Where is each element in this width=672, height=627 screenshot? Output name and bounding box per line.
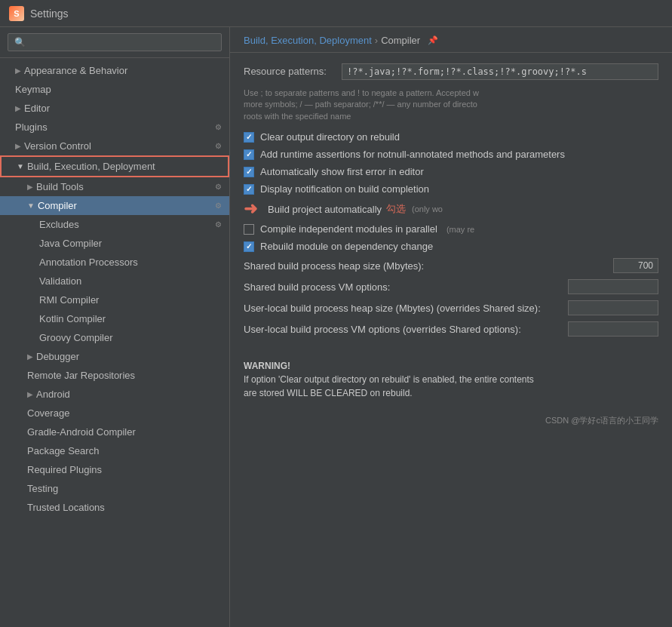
arrow-right-icon: ▶ [15,66,21,75]
breadcrumb-separator: › [375,35,378,46]
arrow-right-icon: ▶ [15,104,21,112]
arrow-down-icon: ▼ [17,162,24,171]
sidebar-item-plugins[interactable]: Plugins ⚙ [0,118,229,137]
build-auto-extra: (only wo [412,204,443,214]
checkbox-checked-icon[interactable] [244,184,254,195]
sidebar-item-editor[interactable]: ▶ Editor [0,99,229,118]
sidebar-item-build-exec-deploy[interactable]: ▼ Build, Execution, Deployment [0,155,229,177]
checkbox-checked-icon[interactable] [244,132,254,143]
checkbox-add-runtime[interactable]: Add runtime assertions for notnull-annot… [244,149,658,160]
sidebar-item-validation[interactable]: Validation [0,272,229,290]
gear-icon: ⚙ [215,220,222,229]
sidebar-item-version-control[interactable]: ▶ Version Control ⚙ [0,137,229,155]
sidebar-item-annotation-processors[interactable]: Annotation Processors [0,253,229,272]
gear-icon: ⚙ [215,123,222,131]
build-auto-row: ➜ Build project automatically 勾选 (only w… [244,201,658,217]
build-auto-label: Build project automatically [268,204,382,215]
nav-tree: ▶ Appearance & Behavior Keymap ▶ Editor … [0,58,229,627]
gear-icon: ⚙ [215,183,222,191]
gear-icon: ⚙ [215,142,222,150]
breadcrumb-current: Compiler [381,35,420,46]
checkbox-checked-icon[interactable] [244,241,254,252]
resource-hint: Use ; to separate patterns and ! to nega… [244,88,658,122]
sidebar-item-kotlin-compiler[interactable]: Kotlin Compiler [0,309,229,328]
sidebar-item-compiler[interactable]: ▼ Compiler ⚙ [0,196,229,215]
vm-options-row: Shared build process VM options: [244,279,658,294]
checkbox-compile-parallel[interactable]: Compile independent modules in parallel … [244,223,658,235]
user-heap-row: User-local build process heap size (Mbyt… [244,300,658,315]
warning-text: If option 'Clear output directory on reb… [244,373,658,400]
arrow-right-icon: ▶ [15,142,21,150]
settings-body: Resource patterns: Use ; to separate pat… [230,53,672,437]
arrow-right-icon: ▶ [27,183,33,191]
breadcrumb-parent[interactable]: Build, Execution, Deployment [244,35,372,46]
warning-box: WARNING! If option 'Clear output directo… [244,359,658,400]
sidebar-item-java-compiler[interactable]: Java Compiler [0,234,229,253]
sidebar-item-appearance[interactable]: ▶ Appearance & Behavior [0,61,229,80]
app-icon: S [9,6,24,21]
sidebar-item-remote-jar[interactable]: Remote Jar Repositories [0,366,229,385]
sidebar-item-excludes[interactable]: Excludes ⚙ [0,215,229,234]
arrow-down-icon: ▼ [27,201,35,210]
window-title: Settings [30,8,69,20]
sidebar-item-debugger[interactable]: ▶ Debugger [0,347,229,366]
pin-icon: 📌 [428,35,438,45]
vm-options-input[interactable] [568,279,658,294]
user-heap-input[interactable] [568,300,658,315]
search-input[interactable] [8,33,222,51]
checkbox-checked-icon[interactable] [244,167,254,177]
checkbox-auto-show-error[interactable]: Automatically show first error in editor [244,166,658,177]
gear-icon: ⚙ [215,201,222,210]
checkbox-unchecked-icon[interactable] [244,224,254,235]
sidebar-item-gradle-android[interactable]: Gradle-Android Compiler [0,423,229,441]
content-area: ▶ Appearance & Behavior Keymap ▶ Editor … [0,27,672,627]
title-bar: S Settings [0,0,672,27]
left-panel: ▶ Appearance & Behavior Keymap ▶ Editor … [0,27,230,627]
sidebar-item-groovy-compiler[interactable]: Groovy Compiler [0,328,229,347]
settings-window: S Settings ▶ Appearance & Behavior Keyma… [0,0,672,627]
sidebar-item-android[interactable]: ▶ Android [0,385,229,404]
arrow-right-icon: ▶ [27,352,33,361]
watermark: CSDN @学好c语言的小王同学 [244,415,658,426]
search-bar [0,27,229,58]
checkbox-clear-output[interactable]: Clear output directory on rebuild [244,131,658,143]
checkbox-rebuild-module[interactable]: Rebuild module on dependency change [244,241,658,252]
checkbox-display-notification[interactable]: Display notification on build completion [244,183,658,195]
build-auto-red-label: 勾选 [386,202,406,216]
sidebar-item-trusted-locations[interactable]: Trusted Locations [0,498,229,517]
sidebar-item-package-search[interactable]: Package Search [0,441,229,460]
arrow-right-icon: ▶ [27,390,33,398]
heap-size-row: Shared build process heap size (Mbytes): [244,258,658,273]
user-vm-input[interactable] [568,321,658,337]
sidebar-item-build-tools[interactable]: ▶ Build Tools ⚙ [0,177,229,196]
sidebar-item-coverage[interactable]: Coverage [0,404,229,423]
red-arrow-icon: ➜ [244,201,257,217]
resource-input[interactable] [342,63,658,80]
user-vm-row: User-local build process VM options (ove… [244,321,658,337]
resource-label: Resource patterns: [244,63,334,77]
checkbox-checked-icon[interactable] [244,149,254,160]
sidebar-item-keymap[interactable]: Keymap [0,80,229,99]
heap-size-input[interactable] [613,258,658,273]
sidebar-item-rmi-compiler[interactable]: RMI Compiler [0,290,229,309]
sidebar-item-testing[interactable]: Testing [0,479,229,498]
breadcrumb: Build, Execution, Deployment › Compiler … [230,27,672,53]
warning-title: WARNING! [244,359,658,373]
sidebar-item-required-plugins[interactable]: Required Plugins [0,460,229,479]
resource-patterns-row: Resource patterns: [244,63,658,80]
right-panel: Build, Execution, Deployment › Compiler … [230,27,672,627]
